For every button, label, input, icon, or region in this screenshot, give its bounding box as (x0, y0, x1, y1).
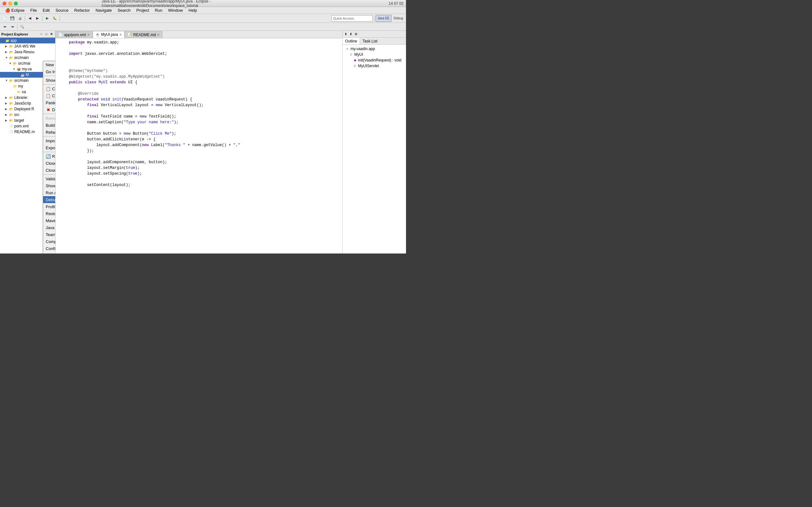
code-text-26: setContent(layout); (69, 182, 340, 188)
minimize-button[interactable] (8, 2, 12, 5)
second-toolbar-btn-3[interactable]: 🔍 (19, 23, 26, 30)
tab-readme-close[interactable]: ✕ (157, 33, 159, 37)
ctx-paste[interactable]: Paste ⌘V (43, 99, 55, 106)
menu-edit[interactable]: Edit (40, 7, 52, 13)
tab-pomxml-close[interactable]: ✕ (87, 33, 90, 37)
ctx-source[interactable]: Source ▶ (43, 252, 55, 253)
traffic-lights[interactable] (3, 2, 18, 5)
toolbar-print-btn[interactable]: 🖨 (16, 15, 23, 22)
ctx-copyqualified[interactable]: 📋 Copy Qualified Name (43, 92, 55, 99)
tab-pomxml[interactable]: 📄 app/pom.xml ✕ (55, 31, 93, 38)
ctx-buildpath[interactable]: Build Path ▶ (43, 122, 55, 129)
menu-refactor[interactable]: Refactor (72, 7, 92, 13)
perspective-debug-btn[interactable]: Debug (392, 15, 405, 22)
outline-item-myuiservlet[interactable]: C MyUIServlet (344, 63, 405, 69)
toolbar-forward-btn[interactable]: ▶ (34, 15, 41, 22)
outline-toolbar-btn-2[interactable]: ⬇ (348, 32, 353, 37)
toolbar-run-btn[interactable]: ▶ (44, 15, 51, 22)
ctx-showin[interactable]: Show In ⌥⌘W ▶ (43, 77, 55, 83)
code-text-6: @theme("mytheme") (69, 68, 340, 74)
tab-myui-close[interactable]: ✕ (119, 33, 122, 37)
ctx-refactor[interactable]: Refactor ⌥⌘T ▶ (43, 129, 55, 135)
code-line-6: @theme("mytheme") (55, 68, 342, 74)
outline-item-package[interactable]: ● my.vaadin.app (344, 46, 405, 52)
tab-outline[interactable]: Outline (343, 38, 360, 44)
code-line-16 (55, 125, 342, 131)
menu-project[interactable]: Project (134, 7, 152, 13)
tree-item-jaxws[interactable]: ▶ 📂 JAX-WS We (0, 43, 55, 49)
menu-help[interactable]: Help (186, 7, 200, 13)
second-toolbar-btn-1[interactable]: ⬅ (1, 23, 8, 30)
window-title: Java EE - app/src/main/java/my/vaadin/ap… (101, 0, 305, 8)
menu-window[interactable]: Window (165, 7, 185, 13)
ctx-team[interactable]: Team ▶ (43, 231, 55, 238)
ctx-refresh[interactable]: 🔄 Refresh F5 (43, 153, 55, 160)
code-line-22: layout.addComponents(name, button); (55, 159, 342, 165)
explorer-close-btn[interactable]: ✕ (49, 32, 54, 37)
ctx-profileas-label: Profile As (46, 205, 55, 209)
line-num-14 (57, 114, 66, 119)
ctx-team-label: Team (46, 232, 55, 237)
menu-search[interactable]: Search (115, 7, 133, 13)
tree-arrow-myva: ▼ (13, 67, 16, 71)
ctx-validate[interactable]: Validate (43, 175, 55, 182)
tab-myui[interactable]: ☕ MyUI.java ✕ (93, 31, 125, 38)
tree-item-app[interactable]: ▼ 📁 app (0, 38, 55, 43)
ctx-import[interactable]: Import ▶ (43, 137, 55, 144)
close-button[interactable] (3, 2, 6, 5)
editor-area: 📄 app/pom.xml ✕ ☕ MyUI.java ✕ 📝 README.m… (55, 31, 343, 253)
tree-item-srcmain1[interactable]: ▼ 📂 src/main (0, 55, 55, 60)
ctx-closeunrelated[interactable]: Close Unrelated Projects (43, 167, 55, 174)
tab-tasklist[interactable]: Task List (360, 38, 380, 44)
menu-navigate[interactable]: Navigate (93, 7, 114, 13)
perspective-javaee-btn[interactable]: Java EE (375, 15, 392, 22)
myui-tab-icon: ☕ (96, 33, 100, 37)
ctx-copy[interactable]: 📋 Copy ⌘C (43, 85, 55, 92)
second-toolbar-btn-2[interactable]: ➡ (9, 23, 16, 30)
toolbar-new-btn[interactable]: 📄 (1, 15, 8, 22)
ctx-new[interactable]: New ▶ (43, 61, 55, 68)
outline-item-myui-class[interactable]: C MyUI (344, 52, 405, 57)
menu-eclipse[interactable]: 🍎 Eclipse (3, 7, 27, 13)
ctx-delete[interactable]: ✖ Delete ⌫ (43, 106, 55, 113)
menu-run[interactable]: Run (152, 7, 165, 13)
menu-file[interactable]: File (28, 7, 40, 13)
menu-source[interactable]: Source (53, 7, 71, 13)
quick-access-input[interactable]: Quick Access (332, 15, 373, 21)
ctx-restorefromlocal[interactable]: Restore from Local History... (43, 210, 55, 217)
outline-toolbar-btn-1[interactable]: ⬆ (343, 32, 348, 37)
maximize-button[interactable] (14, 2, 18, 5)
delete-icon: ✖ (46, 107, 51, 112)
ctx-comparewith-label: Compare With (46, 239, 55, 244)
tree-label-javaresou: Java Resou (14, 50, 34, 54)
ctx-export[interactable]: Export ▶ (43, 144, 55, 151)
ctx-comparewith[interactable]: Compare With ▶ (43, 238, 55, 245)
line-num-1 (57, 40, 66, 45)
outline-toolbar-btn-3[interactable]: ⚙ (353, 32, 358, 37)
ctx-configure[interactable]: Configure ▶ (43, 245, 55, 252)
code-text-20: }); (69, 148, 340, 154)
time-display: 14 07 02 (389, 1, 403, 6)
ctx-closeproject[interactable]: Close Project (43, 160, 55, 167)
ctx-javaeetools[interactable]: Java EE Tools ▶ (43, 224, 55, 231)
code-text-9 (69, 85, 340, 91)
ctx-gointo[interactable]: Go Into (43, 68, 55, 75)
toolbar-save-btn[interactable]: 💾 (9, 15, 16, 22)
outline-package-icon: ● (345, 47, 350, 51)
ctx-runas[interactable]: Run As ▶ (43, 189, 55, 196)
ctx-profileas[interactable]: Profile As ▶ (43, 203, 55, 210)
explorer-max-btn[interactable]: □ (44, 32, 49, 37)
tree-arrow-deployed: ▶ (5, 107, 9, 111)
ctx-removefromcontext-label: Remove from Context (46, 116, 55, 121)
ctx-showremote[interactable]: Show in Remote Systems view (43, 182, 55, 189)
toolbar-back-btn[interactable]: ◀ (26, 15, 33, 22)
second-toolbar-sep (17, 24, 17, 30)
tree-item-javaresou[interactable]: ▶ 📂 Java Resou (0, 49, 55, 55)
tree-label-srcmain1: src/main (14, 55, 29, 60)
tab-readme[interactable]: 📝 README.md ✕ (125, 31, 162, 38)
toolbar-debug-btn[interactable]: 🐛 (51, 15, 58, 22)
ctx-debugas[interactable]: Debug As ▶ (43, 196, 55, 203)
ctx-maven[interactable]: Maven ▶ (43, 217, 55, 224)
explorer-min-btn[interactable]: ─ (39, 32, 44, 37)
outline-item-init[interactable]: ◆ init(VaadinRequest) : void (344, 57, 405, 63)
